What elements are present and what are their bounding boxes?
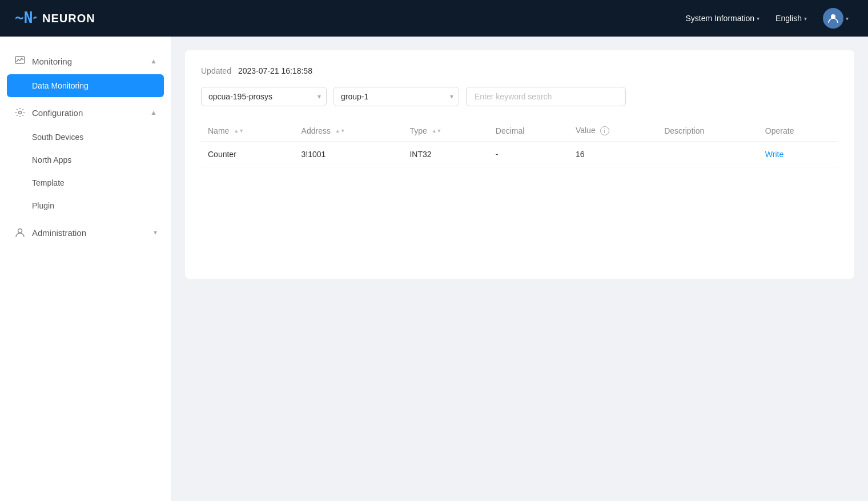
device-select[interactable]: opcua-195-prosys <box>201 87 327 106</box>
main-content: Updated 2023-07-21 16:18:58 opcua-195-pr… <box>171 37 868 501</box>
sidebar-item-plugin[interactable]: Plugin <box>0 194 171 217</box>
system-info-label: System Information <box>685 14 754 23</box>
app-header: ~N~ NEURON System Information ▾ English … <box>0 0 868 37</box>
sidebar-section-configuration-header[interactable]: Configuration ▲ <box>0 99 171 126</box>
row-type: INT32 <box>403 142 488 167</box>
sidebar-section-administration-header[interactable]: Administration ▾ <box>0 219 171 246</box>
app-layout: Monitoring ▲ Data Monitoring Configurati… <box>0 37 868 501</box>
filters-row: opcua-195-prosys ▾ group-1 ▾ <box>201 87 838 106</box>
administration-chevron: ▾ <box>154 229 157 237</box>
sidebar-item-north-apps[interactable]: North Apps <box>0 149 171 171</box>
neuron-logo-icon: ~N~ <box>14 7 37 30</box>
content-card: Updated 2023-07-21 16:18:58 opcua-195-pr… <box>185 50 854 279</box>
sidebar-item-south-devices[interactable]: South Devices <box>0 126 171 149</box>
type-sort-icon[interactable]: ▲▼ <box>432 129 442 134</box>
svg-point-4 <box>18 229 22 233</box>
updated-label: Updated <box>201 66 231 75</box>
sidebar-section-monitoring-header[interactable]: Monitoring ▲ <box>0 48 171 74</box>
search-input[interactable] <box>466 87 626 106</box>
user-menu-button[interactable]: ▾ <box>817 5 854 32</box>
col-address: Address ▲▼ <box>295 120 403 142</box>
configuration-label: Configuration <box>32 108 150 118</box>
administration-label: Administration <box>32 228 154 238</box>
language-button[interactable]: English ▾ <box>770 10 813 26</box>
table-header: Name ▲▼ Address ▲▼ Type ▲▼ Decimal <box>201 120 838 142</box>
row-description <box>657 142 758 167</box>
sidebar-section-monitoring: Monitoring ▲ Data Monitoring <box>0 48 171 97</box>
col-decimal: Decimal <box>489 120 569 142</box>
monitoring-icon <box>14 55 26 67</box>
header-right: System Information ▾ English ▾ ▾ <box>680 5 854 32</box>
sidebar-item-data-monitoring[interactable]: Data Monitoring <box>7 74 164 97</box>
row-value: 16 <box>569 142 657 167</box>
group-select-wrapper: group-1 ▾ <box>333 87 459 106</box>
monitoring-chevron: ▲ <box>150 57 157 65</box>
value-info-icon[interactable]: i <box>600 126 609 135</box>
search-input-wrapper <box>466 87 626 106</box>
data-table: Name ▲▼ Address ▲▼ Type ▲▼ Decimal <box>201 120 838 167</box>
table-body: Counter 3!1001 INT32 - 16 Write <box>201 142 838 167</box>
updated-time: 2023-07-21 16:18:58 <box>238 66 312 75</box>
row-address: 3!1001 <box>295 142 403 167</box>
updated-row: Updated 2023-07-21 16:18:58 <box>201 66 838 75</box>
configuration-chevron: ▲ <box>150 109 157 117</box>
system-info-button[interactable]: System Information ▾ <box>680 10 765 26</box>
col-operate: Operate <box>758 120 838 142</box>
col-type: Type ▲▼ <box>403 120 488 142</box>
row-name: Counter <box>201 142 295 167</box>
row-decimal: - <box>489 142 569 167</box>
write-button[interactable]: Write <box>765 150 783 159</box>
sidebar-item-template[interactable]: Template <box>0 171 171 194</box>
name-sort-icon[interactable]: ▲▼ <box>234 129 244 134</box>
administration-icon <box>14 226 26 239</box>
sidebar-section-configuration: Configuration ▲ South Devices North Apps… <box>0 99 171 217</box>
group-select[interactable]: group-1 <box>333 87 459 106</box>
col-name: Name ▲▼ <box>201 120 295 142</box>
system-info-chevron: ▾ <box>757 15 760 22</box>
sidebar: Monitoring ▲ Data Monitoring Configurati… <box>0 37 171 501</box>
language-chevron: ▾ <box>804 15 807 22</box>
col-value: Value i <box>569 120 657 142</box>
sidebar-section-administration: Administration ▾ <box>0 219 171 246</box>
user-avatar <box>823 8 843 29</box>
monitoring-label: Monitoring <box>32 57 150 66</box>
logo: ~N~ NEURON <box>14 7 95 30</box>
row-operate: Write <box>758 142 838 167</box>
language-label: English <box>775 14 802 23</box>
table-row: Counter 3!1001 INT32 - 16 Write <box>201 142 838 167</box>
address-sort-icon[interactable]: ▲▼ <box>335 129 345 134</box>
logo-text: NEURON <box>42 12 95 25</box>
svg-point-3 <box>19 111 22 114</box>
device-select-wrapper: opcua-195-prosys ▾ <box>201 87 327 106</box>
svg-text:~N~: ~N~ <box>15 9 37 26</box>
col-description: Description <box>657 120 758 142</box>
user-chevron: ▾ <box>846 15 849 22</box>
configuration-icon <box>14 106 26 119</box>
